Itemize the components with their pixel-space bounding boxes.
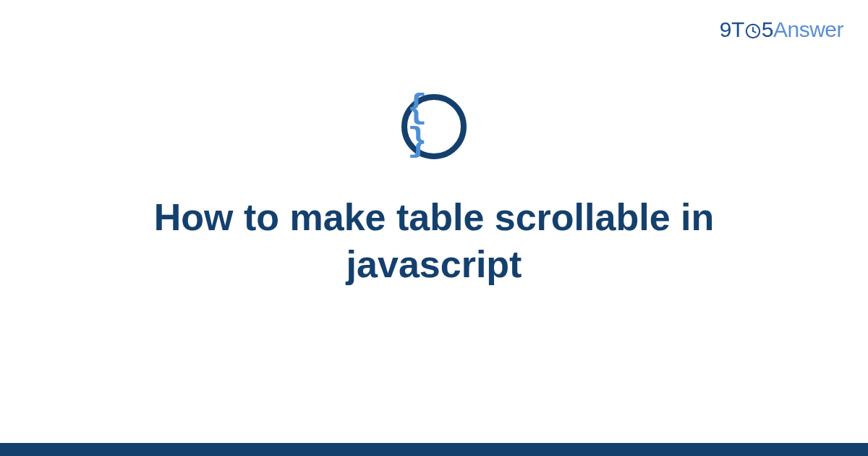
svg-line-2: [753, 31, 756, 33]
logo-clock-icon: [745, 23, 761, 39]
code-braces-icon: { }: [401, 94, 467, 159]
page-title: How to make table scrollable in javascri…: [90, 194, 778, 288]
logo-text-5: 5: [762, 17, 773, 42]
logo-text-9t: 9T: [720, 17, 744, 42]
code-braces-glyph: { }: [407, 92, 461, 159]
logo-text-answer: Answer: [773, 17, 843, 42]
main-content: { } How to make table scrollable in java…: [0, 94, 868, 288]
bottom-accent-bar: [0, 443, 868, 456]
site-logo: 9T 5 Answer: [720, 17, 843, 42]
